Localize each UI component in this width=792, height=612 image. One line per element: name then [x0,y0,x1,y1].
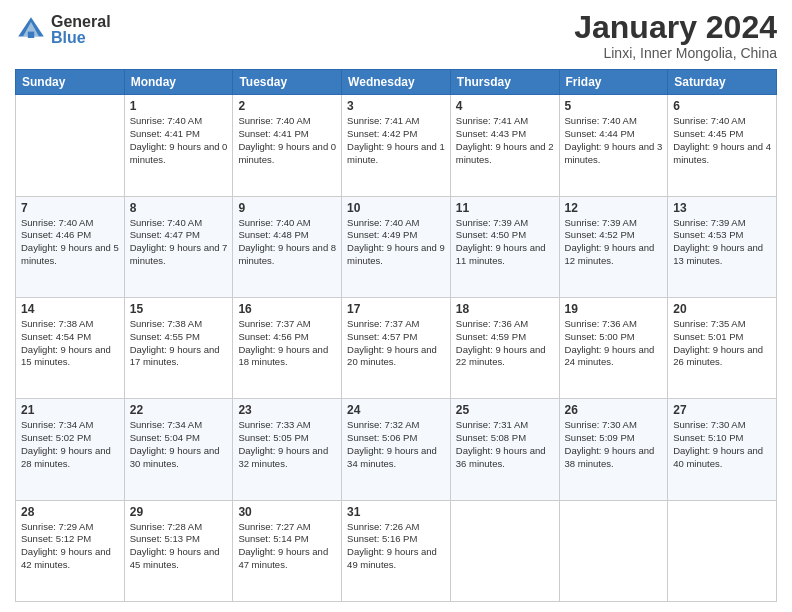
calendar-cell: 28Sunrise: 7:29 AMSunset: 5:12 PMDayligh… [16,500,125,601]
calendar-cell: 6Sunrise: 7:40 AMSunset: 4:45 PMDaylight… [668,95,777,196]
page: General Blue January 2024 Linxi, Inner M… [0,0,792,612]
day-info: Sunrise: 7:37 AMSunset: 4:56 PMDaylight:… [238,318,336,369]
calendar-cell: 10Sunrise: 7:40 AMSunset: 4:49 PMDayligh… [342,196,451,297]
weekday-header-thursday: Thursday [450,70,559,95]
day-info: Sunrise: 7:40 AMSunset: 4:41 PMDaylight:… [130,115,228,166]
day-number: 23 [238,403,336,417]
day-number: 18 [456,302,554,316]
logo-blue-text: Blue [51,30,111,46]
calendar-cell: 16Sunrise: 7:37 AMSunset: 4:56 PMDayligh… [233,297,342,398]
day-info: Sunrise: 7:40 AMSunset: 4:45 PMDaylight:… [673,115,771,166]
day-info: Sunrise: 7:38 AMSunset: 4:55 PMDaylight:… [130,318,228,369]
day-info: Sunrise: 7:39 AMSunset: 4:53 PMDaylight:… [673,217,771,268]
day-number: 7 [21,201,119,215]
calendar-cell [559,500,668,601]
day-number: 26 [565,403,663,417]
week-row-3: 21Sunrise: 7:34 AMSunset: 5:02 PMDayligh… [16,399,777,500]
logo-general-text: General [51,14,111,30]
logo-icon [15,14,47,46]
day-number: 5 [565,99,663,113]
calendar-cell: 24Sunrise: 7:32 AMSunset: 5:06 PMDayligh… [342,399,451,500]
weekday-header-monday: Monday [124,70,233,95]
week-row-1: 7Sunrise: 7:40 AMSunset: 4:46 PMDaylight… [16,196,777,297]
day-info: Sunrise: 7:30 AMSunset: 5:10 PMDaylight:… [673,419,771,470]
calendar-cell: 13Sunrise: 7:39 AMSunset: 4:53 PMDayligh… [668,196,777,297]
day-info: Sunrise: 7:40 AMSunset: 4:48 PMDaylight:… [238,217,336,268]
day-info: Sunrise: 7:37 AMSunset: 4:57 PMDaylight:… [347,318,445,369]
day-number: 9 [238,201,336,215]
day-info: Sunrise: 7:38 AMSunset: 4:54 PMDaylight:… [21,318,119,369]
day-number: 28 [21,505,119,519]
calendar-table: SundayMondayTuesdayWednesdayThursdayFrid… [15,69,777,602]
calendar-cell [16,95,125,196]
weekday-header-sunday: Sunday [16,70,125,95]
day-info: Sunrise: 7:36 AMSunset: 5:00 PMDaylight:… [565,318,663,369]
weekday-header-friday: Friday [559,70,668,95]
month-title: January 2024 [574,10,777,45]
day-number: 21 [21,403,119,417]
calendar-cell: 2Sunrise: 7:40 AMSunset: 4:41 PMDaylight… [233,95,342,196]
day-info: Sunrise: 7:41 AMSunset: 4:43 PMDaylight:… [456,115,554,166]
day-info: Sunrise: 7:40 AMSunset: 4:49 PMDaylight:… [347,217,445,268]
day-number: 12 [565,201,663,215]
calendar-cell: 27Sunrise: 7:30 AMSunset: 5:10 PMDayligh… [668,399,777,500]
day-number: 29 [130,505,228,519]
day-number: 31 [347,505,445,519]
day-info: Sunrise: 7:39 AMSunset: 4:50 PMDaylight:… [456,217,554,268]
calendar-cell: 17Sunrise: 7:37 AMSunset: 4:57 PMDayligh… [342,297,451,398]
day-info: Sunrise: 7:30 AMSunset: 5:09 PMDaylight:… [565,419,663,470]
day-number: 22 [130,403,228,417]
calendar-cell: 14Sunrise: 7:38 AMSunset: 4:54 PMDayligh… [16,297,125,398]
day-info: Sunrise: 7:33 AMSunset: 5:05 PMDaylight:… [238,419,336,470]
logo-text: General Blue [51,14,111,46]
week-row-0: 1Sunrise: 7:40 AMSunset: 4:41 PMDaylight… [16,95,777,196]
calendar-cell: 5Sunrise: 7:40 AMSunset: 4:44 PMDaylight… [559,95,668,196]
day-info: Sunrise: 7:27 AMSunset: 5:14 PMDaylight:… [238,521,336,572]
day-info: Sunrise: 7:28 AMSunset: 5:13 PMDaylight:… [130,521,228,572]
calendar-cell [450,500,559,601]
calendar-cell: 26Sunrise: 7:30 AMSunset: 5:09 PMDayligh… [559,399,668,500]
day-number: 20 [673,302,771,316]
calendar-cell: 25Sunrise: 7:31 AMSunset: 5:08 PMDayligh… [450,399,559,500]
day-info: Sunrise: 7:41 AMSunset: 4:42 PMDaylight:… [347,115,445,166]
day-info: Sunrise: 7:29 AMSunset: 5:12 PMDaylight:… [21,521,119,572]
day-info: Sunrise: 7:35 AMSunset: 5:01 PMDaylight:… [673,318,771,369]
weekday-header-row: SundayMondayTuesdayWednesdayThursdayFrid… [16,70,777,95]
calendar-cell: 22Sunrise: 7:34 AMSunset: 5:04 PMDayligh… [124,399,233,500]
calendar-cell: 29Sunrise: 7:28 AMSunset: 5:13 PMDayligh… [124,500,233,601]
day-number: 10 [347,201,445,215]
day-number: 19 [565,302,663,316]
day-info: Sunrise: 7:40 AMSunset: 4:46 PMDaylight:… [21,217,119,268]
week-row-4: 28Sunrise: 7:29 AMSunset: 5:12 PMDayligh… [16,500,777,601]
day-number: 16 [238,302,336,316]
day-number: 3 [347,99,445,113]
day-info: Sunrise: 7:34 AMSunset: 5:04 PMDaylight:… [130,419,228,470]
calendar-cell: 20Sunrise: 7:35 AMSunset: 5:01 PMDayligh… [668,297,777,398]
day-info: Sunrise: 7:36 AMSunset: 4:59 PMDaylight:… [456,318,554,369]
day-info: Sunrise: 7:39 AMSunset: 4:52 PMDaylight:… [565,217,663,268]
day-info: Sunrise: 7:26 AMSunset: 5:16 PMDaylight:… [347,521,445,572]
logo: General Blue [15,14,111,46]
calendar-cell: 1Sunrise: 7:40 AMSunset: 4:41 PMDaylight… [124,95,233,196]
day-number: 1 [130,99,228,113]
title-block: January 2024 Linxi, Inner Mongolia, Chin… [574,10,777,61]
day-number: 6 [673,99,771,113]
weekday-header-tuesday: Tuesday [233,70,342,95]
calendar-cell: 30Sunrise: 7:27 AMSunset: 5:14 PMDayligh… [233,500,342,601]
calendar-cell: 19Sunrise: 7:36 AMSunset: 5:00 PMDayligh… [559,297,668,398]
week-row-2: 14Sunrise: 7:38 AMSunset: 4:54 PMDayligh… [16,297,777,398]
calendar-cell: 11Sunrise: 7:39 AMSunset: 4:50 PMDayligh… [450,196,559,297]
calendar-cell: 21Sunrise: 7:34 AMSunset: 5:02 PMDayligh… [16,399,125,500]
day-number: 24 [347,403,445,417]
day-number: 27 [673,403,771,417]
day-info: Sunrise: 7:31 AMSunset: 5:08 PMDaylight:… [456,419,554,470]
day-info: Sunrise: 7:40 AMSunset: 4:47 PMDaylight:… [130,217,228,268]
svg-rect-2 [28,32,34,38]
weekday-header-saturday: Saturday [668,70,777,95]
calendar-cell: 3Sunrise: 7:41 AMSunset: 4:42 PMDaylight… [342,95,451,196]
day-number: 14 [21,302,119,316]
location: Linxi, Inner Mongolia, China [574,45,777,61]
day-info: Sunrise: 7:34 AMSunset: 5:02 PMDaylight:… [21,419,119,470]
calendar-cell: 7Sunrise: 7:40 AMSunset: 4:46 PMDaylight… [16,196,125,297]
calendar-cell [668,500,777,601]
